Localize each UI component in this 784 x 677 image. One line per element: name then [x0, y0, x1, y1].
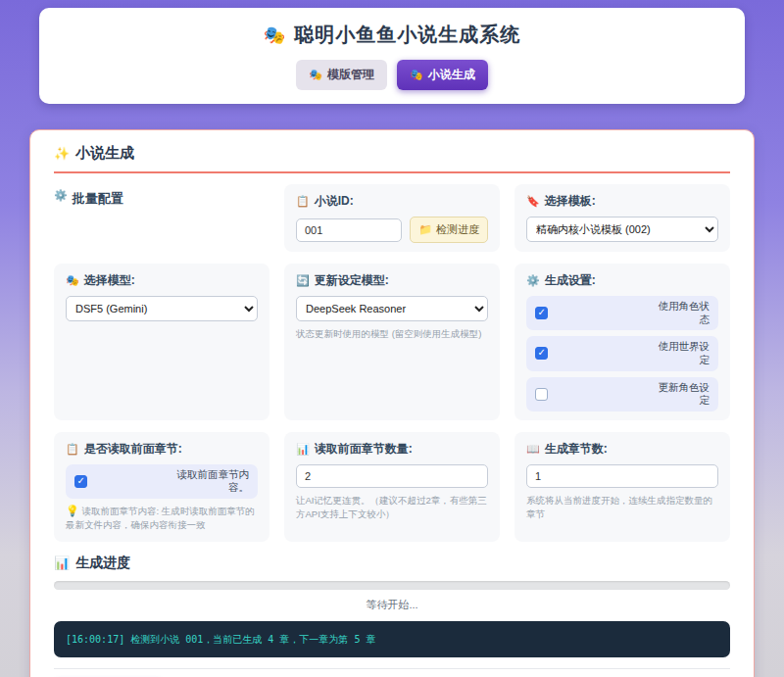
novel-id-label: 📋 小说ID: — [296, 193, 488, 210]
setting-row-world-setting: 使用世界设定 — [526, 336, 718, 370]
read-count-label: 📊 读取前面章节数量: — [296, 441, 488, 458]
tab-label: 模版管理 — [327, 67, 374, 83]
model-select[interactable]: DSF5 (Gemini) — [66, 296, 258, 321]
progress-bar — [54, 581, 730, 590]
app-header: 🎭 聪明小鱼鱼小说生成系统 🎭 模版管理 🎭 小说生成 — [39, 8, 745, 104]
model-select-label: 🎭 选择模型: — [66, 272, 258, 289]
update-model-hint: 状态更新时使用的模型 (留空则使用生成模型) — [296, 327, 488, 341]
bulb-icon: 💡 — [66, 505, 79, 516]
novel-id-row: 📁 检测进度 — [296, 217, 488, 243]
gear-icon: ⚙️ — [526, 275, 540, 286]
update-model-select[interactable]: DeepSeek Reasoner — [296, 296, 488, 321]
log-console: [16:00:17] 检测到小说 001，当前已生成 4 章，下一章为第 5 章 — [54, 621, 730, 657]
novel-id-panel: 📋 小说ID: 📁 检测进度 — [284, 184, 500, 252]
template-select-label: 🔖 选择模板: — [526, 193, 718, 210]
refresh-icon: 🔄 — [296, 275, 310, 286]
read-prev-option-label: 读取前面章节内容。 — [167, 468, 249, 495]
masks-icon: 🎭 — [264, 26, 286, 44]
novel-generate-card: ✨ 小说生成 ⚙️ 批量配置 📋 小说ID: 📁 检测进度 🔖 — [29, 129, 755, 677]
section-title: ✨ 小说生成 — [54, 144, 730, 173]
main-tabs: 🎭 模版管理 🎭 小说生成 — [49, 60, 735, 90]
book-icon: 📖 — [526, 444, 540, 455]
section-title-text: 小说生成 — [75, 144, 134, 163]
gen-settings-label: ⚙️ 生成设置: — [526, 272, 718, 289]
chapter-count-hint: 系统将从当前进度开始，连续生成指定数量的章节 — [526, 494, 718, 522]
read-prev-label: 📋 是否读取前面章节: — [66, 441, 258, 458]
setting-row-char-state: 使用角色状态 — [526, 296, 718, 330]
read-prev-hint: 💡 读取前面章节内容: 生成时读取前面章节的最新文件内容，确保内容衔接一致 — [66, 505, 258, 533]
masks-icon: 🎭 — [410, 70, 423, 80]
template-select-panel: 🔖 选择模板: 精确内核小说模板 (002) — [514, 184, 730, 252]
chapter-count-panel: 📖 生成章节数: 系统将从当前进度开始，连续生成指定数量的章节 — [514, 432, 730, 542]
use-world-setting-checkbox[interactable] — [535, 347, 548, 360]
config-grid: ⚙️ 批量配置 📋 小说ID: 📁 检测进度 🔖 选择模板: 精确 — [54, 184, 730, 542]
chapter-count-label: 📖 生成章节数: — [526, 441, 718, 458]
folder-icon: 📁 — [418, 224, 432, 235]
model-select-panel: 🎭 选择模型: DSF5 (Gemini) — [54, 264, 270, 420]
gen-settings-panel: ⚙️ 生成设置: 使用角色状态 使用世界设定 更新角色设定 — [514, 264, 730, 420]
actions-divider — [54, 668, 730, 669]
check-progress-button[interactable]: 📁 检测进度 — [410, 217, 488, 243]
sparkles-icon: ✨ — [54, 147, 70, 160]
masks-icon: 🎭 — [66, 275, 79, 286]
setting-row-update-char: 更新角色设定 — [526, 377, 718, 411]
novel-id-input[interactable] — [296, 218, 402, 242]
update-model-panel: 🔄 更新设定模型: DeepSeek Reasoner 状态更新时使用的模型 (… — [284, 264, 500, 420]
read-count-hint: 让AI记忆更连贯。（建议不超过2章，有些第三方API支持上下文较小） — [296, 494, 488, 522]
app-title-text: 聪明小鱼鱼小说生成系统 — [294, 22, 520, 48]
progress-status: 等待开始... — [54, 598, 730, 612]
read-count-panel: 📊 读取前面章节数量: 让AI记忆更连贯。（建议不超过2章，有些第三方API支持… — [284, 432, 500, 542]
use-char-state-checkbox[interactable] — [535, 307, 548, 319]
update-model-label: 🔄 更新设定模型: — [296, 272, 488, 289]
read-prev-checkbox[interactable] — [74, 475, 87, 488]
chart-icon: 📊 — [54, 556, 70, 569]
update-char-setting-checkbox[interactable] — [535, 388, 548, 401]
read-prev-panel: 📋 是否读取前面章节: 读取前面章节内容。 💡 读取前面章节内容: 生成时读取前… — [54, 432, 270, 542]
progress-section-title: 📊 生成进度 — [54, 555, 730, 572]
tab-label: 小说生成 — [428, 67, 475, 83]
read-count-input[interactable] — [296, 464, 488, 488]
clipboard-icon: 📋 — [66, 444, 79, 455]
tab-novel-generate[interactable]: 🎭 小说生成 — [397, 60, 488, 90]
chart-icon: 📊 — [296, 444, 310, 455]
batch-config-label: ⚙️ 批量配置 — [54, 184, 270, 252]
tab-template-manage[interactable]: 🎭 模版管理 — [296, 60, 387, 90]
masks-icon: 🎭 — [309, 70, 322, 80]
setting-label: 更新角色设定 — [655, 381, 710, 408]
setting-label: 使用世界设定 — [655, 340, 710, 366]
template-select[interactable]: 精确内核小说模板 (002) — [526, 217, 718, 242]
bookmark-icon: 🔖 — [526, 196, 540, 207]
clipboard-icon: 📋 — [296, 196, 310, 207]
chapter-count-input[interactable] — [526, 464, 718, 488]
gear-icon: ⚙️ — [54, 190, 68, 201]
page-title: 🎭 聪明小鱼鱼小说生成系统 — [49, 22, 735, 48]
setting-label: 使用角色状态 — [655, 300, 710, 326]
read-prev-row: 读取前面章节内容。 — [66, 464, 258, 499]
log-line: [16:00:17] 检测到小说 001，当前已生成 4 章，下一章为第 5 章 — [66, 632, 718, 647]
